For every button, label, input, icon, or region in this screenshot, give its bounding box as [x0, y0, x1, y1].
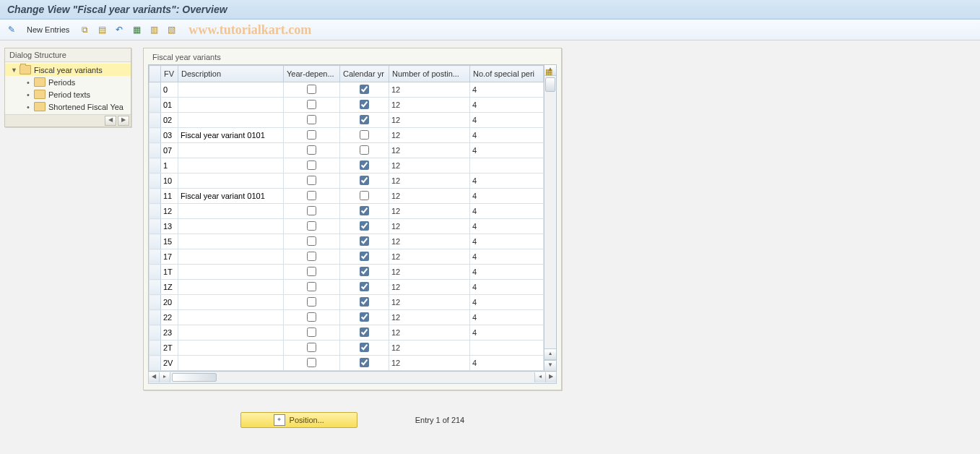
- cell-fv[interactable]: [161, 356, 178, 369]
- cell-calendar-year[interactable]: [360, 130, 369, 140]
- cell-year-dependent[interactable]: [307, 358, 316, 367]
- cell-special-periods[interactable]: [470, 129, 543, 142]
- cell-special-periods[interactable]: [470, 341, 543, 354]
- row-selector[interactable]: [149, 280, 161, 295]
- cell-calendar-year[interactable]: [360, 343, 369, 352]
- row-selector[interactable]: [149, 356, 161, 371]
- scroll-right-icon[interactable]: ▶: [118, 116, 129, 126]
- select-block-icon[interactable]: ▥: [147, 22, 161, 37]
- cell-special-periods[interactable]: [470, 159, 543, 172]
- deselect-icon[interactable]: ▧: [164, 22, 178, 37]
- cell-fv[interactable]: [161, 265, 178, 278]
- scroll-left-icon[interactable]: ◀: [105, 116, 116, 126]
- row-selector[interactable]: [149, 295, 161, 310]
- glasses-edit-icon[interactable]: ✎: [4, 22, 19, 37]
- cell-number-posting[interactable]: [389, 159, 469, 172]
- tree-node-period-texts[interactable]: • Period texts: [5, 88, 131, 100]
- cell-fv[interactable]: [161, 83, 178, 96]
- col-fv[interactable]: FV: [161, 66, 178, 82]
- scroll-small-up-icon[interactable]: ▴: [545, 348, 556, 360]
- tree-node-shortened-fiscal-year[interactable]: • Shortened Fiscal Yea: [5, 100, 131, 113]
- row-selector[interactable]: [149, 310, 161, 325]
- cell-calendar-year[interactable]: [360, 145, 369, 155]
- cell-calendar-year[interactable]: [360, 160, 369, 170]
- cell-description[interactable]: [178, 113, 283, 127]
- cell-calendar-year[interactable]: [360, 252, 369, 261]
- scroll-left-step-icon[interactable]: ▸: [160, 372, 170, 382]
- cell-number-posting[interactable]: [389, 205, 469, 218]
- cell-number-posting[interactable]: [389, 220, 469, 233]
- cell-fv[interactable]: [161, 280, 178, 294]
- cell-description[interactable]: [178, 159, 283, 172]
- cell-calendar-year[interactable]: [360, 358, 369, 367]
- col-year-dependent[interactable]: Year-depen...: [284, 66, 340, 82]
- cell-description[interactable]: [178, 311, 283, 324]
- cell-fv[interactable]: [161, 174, 178, 187]
- cell-special-periods[interactable]: [470, 356, 543, 369]
- cell-description[interactable]: [178, 250, 283, 263]
- cell-special-periods[interactable]: [470, 189, 543, 202]
- cell-year-dependent[interactable]: [307, 252, 316, 261]
- cell-special-periods[interactable]: [470, 144, 543, 157]
- cell-fv[interactable]: [161, 311, 178, 324]
- cell-year-dependent[interactable]: [307, 191, 316, 200]
- row-selector[interactable]: [149, 204, 161, 219]
- cell-fv[interactable]: [161, 129, 178, 142]
- cell-fv[interactable]: [161, 113, 178, 127]
- row-selector[interactable]: [149, 189, 161, 204]
- cell-calendar-year[interactable]: [360, 100, 369, 109]
- cell-number-posting[interactable]: [389, 144, 469, 157]
- cell-calendar-year[interactable]: [360, 191, 369, 200]
- select-all-icon[interactable]: ▦: [129, 22, 144, 37]
- col-description[interactable]: Description: [178, 66, 284, 82]
- cell-fv[interactable]: [161, 144, 178, 157]
- row-selector[interactable]: [149, 174, 161, 189]
- cell-number-posting[interactable]: [389, 311, 469, 324]
- cell-special-periods[interactable]: [470, 235, 543, 248]
- cell-year-dependent[interactable]: [307, 282, 316, 291]
- cell-description[interactable]: [178, 296, 283, 309]
- cell-description[interactable]: [178, 356, 283, 369]
- cell-calendar-year[interactable]: [360, 297, 369, 307]
- cell-year-dependent[interactable]: [307, 85, 316, 94]
- cell-fv[interactable]: [161, 98, 178, 111]
- copy-icon[interactable]: ⧉: [77, 22, 92, 37]
- new-entries-button[interactable]: New Entries: [22, 22, 74, 38]
- cell-calendar-year[interactable]: [360, 115, 369, 124]
- cell-number-posting[interactable]: [389, 341, 469, 354]
- cell-year-dependent[interactable]: [307, 160, 316, 170]
- cell-special-periods[interactable]: [470, 296, 543, 309]
- cell-special-periods[interactable]: [470, 98, 543, 111]
- scroll-left-icon[interactable]: ◀: [149, 372, 160, 382]
- cell-year-dependent[interactable]: [307, 115, 316, 124]
- cell-year-dependent[interactable]: [307, 267, 316, 276]
- row-selector[interactable]: [149, 143, 161, 158]
- cell-calendar-year[interactable]: [360, 312, 369, 322]
- tree-node-periods[interactable]: • Periods: [5, 76, 131, 88]
- cell-special-periods[interactable]: [470, 220, 543, 233]
- cell-special-periods[interactable]: [470, 113, 543, 127]
- hscroll-thumb[interactable]: [172, 373, 217, 382]
- cell-description[interactable]: [178, 174, 283, 187]
- cell-number-posting[interactable]: [389, 326, 469, 339]
- col-row-selector[interactable]: [149, 66, 161, 82]
- scroll-right-step-icon[interactable]: ◂: [534, 372, 545, 382]
- cell-description[interactable]: [178, 98, 283, 111]
- cell-fv[interactable]: [161, 235, 178, 248]
- cell-number-posting[interactable]: [389, 189, 469, 202]
- col-special-periods[interactable]: No.of special peri: [470, 66, 544, 82]
- cell-special-periods[interactable]: [470, 265, 543, 278]
- tree-hscroll[interactable]: ◀ ▶: [5, 114, 131, 127]
- col-number-posting[interactable]: Number of postin...: [389, 66, 470, 82]
- cell-number-posting[interactable]: [389, 129, 469, 142]
- cell-special-periods[interactable]: [470, 311, 543, 324]
- cell-fv[interactable]: [161, 326, 178, 339]
- row-selector[interactable]: [149, 249, 161, 265]
- row-selector[interactable]: [149, 128, 161, 143]
- cell-year-dependent[interactable]: [307, 236, 316, 246]
- cell-calendar-year[interactable]: [360, 267, 369, 276]
- cell-number-posting[interactable]: [389, 83, 469, 96]
- row-selector[interactable]: [149, 325, 161, 340]
- cell-special-periods[interactable]: [470, 326, 543, 339]
- cell-number-posting[interactable]: [389, 356, 469, 369]
